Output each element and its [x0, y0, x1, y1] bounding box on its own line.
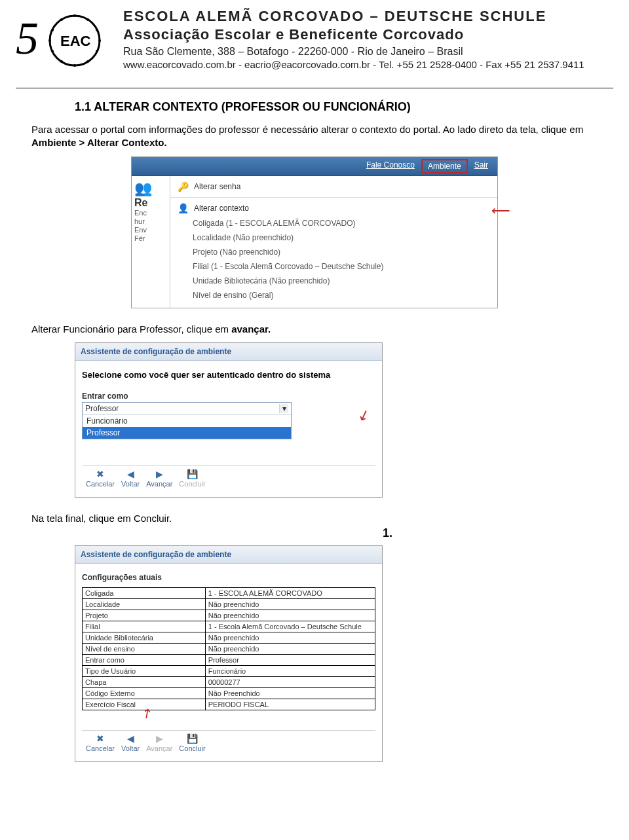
- svg-point-5: [96, 29, 98, 31]
- table-row: Código ExternoNão Preenchido: [83, 687, 375, 699]
- menu-alterar-contexto[interactable]: 👤 Alterar contexto ⟵: [170, 200, 497, 216]
- table-row: Coligada1 - ESCOLA ALEMÃ CORCOVADO: [83, 587, 375, 598]
- left-sub1: Enc: [134, 209, 167, 217]
- config-value: Não Preenchido: [205, 687, 375, 699]
- red-arrow-icon: ↙: [355, 405, 372, 425]
- left-sub3: Env: [134, 226, 167, 234]
- save-icon: 💾: [187, 733, 198, 744]
- config-key: Coligada: [83, 587, 206, 598]
- step-number: 1.: [383, 526, 613, 540]
- config-value: Não preenchido: [205, 598, 375, 610]
- divider: [16, 88, 613, 88]
- config-value: Professor: [205, 654, 375, 665]
- select-option-funcionario[interactable]: Funcionário: [83, 415, 291, 427]
- wizard-concluir[interactable]: 💾 Concluir: [179, 733, 205, 752]
- topbar-ambiente[interactable]: Ambiente: [421, 159, 468, 173]
- back-icon: ◀: [127, 733, 134, 744]
- menu-projeto[interactable]: Projeto (Não preenchido): [170, 245, 497, 259]
- cancel-icon: ✖: [96, 733, 104, 744]
- select-option-professor[interactable]: Professor: [83, 427, 291, 439]
- svg-point-14: [60, 18, 63, 21]
- svg-point-3: [73, 14, 76, 17]
- para2-bold: avançar.: [231, 323, 271, 335]
- svg-point-12: [48, 39, 51, 42]
- table-row: Nível de ensinoNão preenchido: [83, 643, 375, 654]
- paragraph-2: Alterar Funcionário para Professor, cliq…: [31, 323, 613, 336]
- section-title: 1.1 ALTERAR CONTEXTO (PROFESSOR OU FUNCI…: [75, 100, 613, 114]
- topbar-sair[interactable]: Sair: [469, 159, 493, 173]
- config-value: 00000277: [205, 676, 375, 687]
- wizard-title: Assistente de configuração de ambiente: [75, 546, 382, 564]
- svg-point-13: [51, 29, 54, 31]
- menu-nivel[interactable]: Nível de ensino (Geral): [170, 288, 497, 302]
- header-address: Rua São Clemente, 388 – Botafogo - 22260…: [123, 46, 584, 58]
- context-menu: 🔑 Alterar senha 👤 Alterar contexto ⟵ Col…: [170, 176, 497, 308]
- key-icon: 🔑: [177, 181, 189, 192]
- config-key: Código Externo: [83, 687, 206, 699]
- svg-text:5: 5: [16, 13, 39, 64]
- chevron-down-icon: ▾: [279, 404, 288, 413]
- wizard-voltar[interactable]: ◀ Voltar: [121, 733, 140, 752]
- config-key: Localidade: [83, 598, 206, 610]
- menu-coligada[interactable]: Coligada (1 - ESCOLA ALEMÃ CORCOVADO): [170, 216, 497, 230]
- config-subtitle: Configurações atuais: [82, 573, 375, 582]
- users-icon: 👥: [134, 180, 167, 197]
- save-icon: 💾: [187, 469, 198, 479]
- config-value: Funcionário: [205, 665, 375, 676]
- svg-point-9: [73, 64, 76, 67]
- entrar-como-label: Entrar como: [82, 392, 375, 401]
- para1-text: Para acessar o portal com informações do…: [31, 124, 583, 135]
- screenshot-wizard-step1: Assistente de configuração de ambiente S…: [75, 342, 383, 498]
- config-value: PERIODO FISCAL: [205, 699, 375, 710]
- menu-filial[interactable]: Filial (1 - Escola Alemã Corcovado – Deu…: [170, 259, 497, 274]
- table-row: ProjetoNão preenchido: [83, 610, 375, 621]
- svg-text:EAC: EAC: [60, 33, 91, 49]
- left-fragment: 👥 Re Enc hur Env Fér: [132, 176, 170, 308]
- menu-unidade[interactable]: Unidade Bibliotecária (Não preenchido): [170, 274, 497, 288]
- back-icon: ◀: [127, 469, 134, 479]
- config-value: Não preenchido: [205, 643, 375, 654]
- wizard-toolbar: ✖ Cancelar ◀ Voltar ▶ Avançar 💾 Concluir: [82, 466, 375, 490]
- wizard-cancelar[interactable]: ✖ Cancelar: [86, 469, 115, 488]
- wizard-voltar[interactable]: ◀ Voltar: [121, 469, 140, 488]
- svg-point-4: [86, 18, 89, 21]
- config-key: Unidade Bibliotecária: [83, 632, 206, 643]
- left-sub2: hur: [134, 217, 167, 226]
- paragraph-3: Na tela final, clique em Concluir.: [31, 512, 613, 525]
- header-title-1: ESCOLA ALEMÃ CORCOVADO – DEUTSCHE SCHULE: [123, 8, 584, 25]
- menu-label: Alterar contexto: [194, 204, 249, 213]
- topbar-fale-conosco[interactable]: Fale Conosco: [361, 159, 420, 173]
- config-value: Não preenchido: [205, 632, 375, 643]
- wizard-avancar[interactable]: ▶ Avançar: [146, 733, 172, 752]
- config-value: Não preenchido: [205, 610, 375, 621]
- menu-localidade[interactable]: Localidade (Não preenchido): [170, 230, 497, 245]
- select-current: Professor: [85, 404, 119, 413]
- config-key: Chapa: [83, 676, 206, 687]
- table-row: Entrar comoProfessor: [83, 654, 375, 665]
- wizard-cancelar[interactable]: ✖ Cancelar: [86, 733, 115, 752]
- config-key: Entrar como: [83, 654, 206, 665]
- left-title: Re: [134, 197, 167, 209]
- svg-point-10: [60, 60, 63, 63]
- screenshot-context-menu: Fale Conosco Ambiente Sair 👥 Re Enc hur …: [131, 156, 498, 308]
- header-title-2: Associação Escolar e Beneficente Corcova…: [123, 26, 584, 43]
- wizard-concluir[interactable]: 💾 Concluir: [179, 469, 205, 488]
- wizard-avancar[interactable]: ▶ Avançar: [146, 469, 172, 488]
- cancel-icon: ✖: [96, 469, 104, 479]
- config-key: Tipo de Usuário: [83, 665, 206, 676]
- table-row: Chapa00000277: [83, 676, 375, 687]
- forward-icon: ▶: [156, 469, 163, 479]
- config-value: 1 - ESCOLA ALEMÃ CORCOVADO: [205, 587, 375, 598]
- entrar-como-select[interactable]: Professor ▾ Funcionário Professor ↙: [82, 402, 292, 439]
- config-value: 1 - Escola Alemã Corcovado – Deutsche Sc…: [205, 621, 375, 632]
- config-table: Coligada1 - ESCOLA ALEMÃ CORCOVADOLocali…: [82, 587, 375, 710]
- wizard-subtitle: Selecione como você quer ser autenticado…: [82, 370, 375, 381]
- svg-point-11: [51, 50, 54, 52]
- wizard-toolbar: ✖ Cancelar ◀ Voltar ▶ Avançar 💾 Concluir: [82, 730, 375, 755]
- user-swap-icon: 👤: [177, 203, 189, 213]
- table-row: Filial1 - Escola Alemã Corcovado – Deuts…: [83, 621, 375, 632]
- page-header: 5 EAC ESCOLA ALEMÃ CORCOVADO – DEUTSCHE …: [16, 8, 613, 80]
- table-row: Tipo de UsuárioFuncionário: [83, 665, 375, 676]
- menu-alterar-senha[interactable]: 🔑 Alterar senha: [170, 179, 497, 194]
- para2-text: Alterar Funcionário para Professor, cliq…: [31, 323, 231, 335]
